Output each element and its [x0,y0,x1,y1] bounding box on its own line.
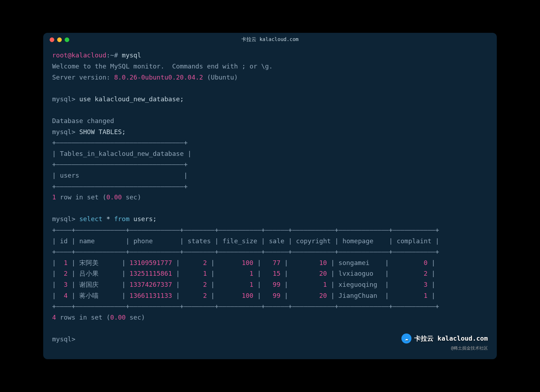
row-count-1: 1 [52,193,56,201]
time-0: 0.00 [106,193,122,201]
tables-header-row: | [52,150,60,157]
table-border: +—————————————————————————————————+ [52,161,188,168]
table-row: | 1 | 宋阿美 | 13109591777 | 2 | 100 | 77 |… [52,259,435,266]
tables-row: users [60,172,79,179]
terminal-window: 卡拉云 kalacloud.com root@kalacloud:~# mysq… [43,33,497,359]
mysql-prompt: mysql> [52,95,75,103]
table-border: +—————————————————————————————————+ [52,139,188,146]
table-header-row: | id | name | phone | states | file_size… [52,237,439,245]
cmd-select: select * from users; [79,215,157,223]
window-title: 卡拉云 kalacloud.com [241,36,299,43]
db-changed: Database changed [52,117,114,124]
title-bar: 卡拉云 kalacloud.com [43,33,497,46]
mysql-prompt-3: mysql> [52,215,75,223]
close-icon[interactable] [50,37,54,42]
server-version: 8.0.26-0ubuntu0.20.04.2 [114,73,203,81]
cmd-use: use kalacloud_new_database; [79,95,184,103]
prompt-sep: : [106,51,110,59]
mysql-prompt-2: mysql> [52,128,75,136]
server-version-label: Server version: [52,73,114,81]
users-border: +————+—————————————+—————————————+——————… [52,226,439,234]
table-row: | 4 | 蒋小喵 | 13661131133 | 2 | 100 | 99 |… [52,292,435,299]
cloud-icon: ☁ [401,334,411,343]
prompt-user: root@kalacloud [52,51,106,59]
terminal-body[interactable]: root@kalacloud:~# mysql Welcome to the M… [43,46,497,359]
sec-label: sec) [122,193,141,201]
users-border: +————+—————————————+—————————————+——————… [52,248,439,255]
welcome-line: Welcome to the MySQL monitor. Commands e… [52,62,273,70]
cmd-show-tables: SHOW TABLES; [79,128,126,136]
table-border: +—————————————————————————————————+ [52,183,188,190]
traffic-lights [50,37,69,42]
rows-in-set: rows in set ( [56,314,110,321]
table-row: | 3 | 谢国庆 | 13374267337 | 2 | 1 | 99 | 1… [52,281,435,288]
mysql-prompt-4: mysql> [52,335,75,343]
watermark-sub: @稀土掘金技术社区 [451,345,488,352]
minimize-icon[interactable] [57,37,62,42]
tables-header: Tables_in_kalacloud_new_database [60,150,184,157]
maximize-icon[interactable] [65,37,69,42]
time-0-2: 0.00 [110,314,126,321]
row-count-4: 4 [52,314,56,321]
watermark-main: ☁ 卡拉云 kalacloud.com [401,333,488,344]
sec-label-2: sec) [126,314,145,321]
watermark: ☁ 卡拉云 kalacloud.com @稀土掘金技术社区 [401,333,488,352]
table-row: | 2 | 吕小果 | 13251115861 | 1 | 1 | 15 | 2… [52,270,435,277]
row-in-set: row in set ( [56,193,106,201]
cmd-mysql: mysql [122,51,141,59]
server-version-suffix: (Ubuntu) [203,73,238,81]
users-border: +————+—————————————+—————————————+——————… [52,302,439,310]
prompt-path: ~# [110,51,118,59]
